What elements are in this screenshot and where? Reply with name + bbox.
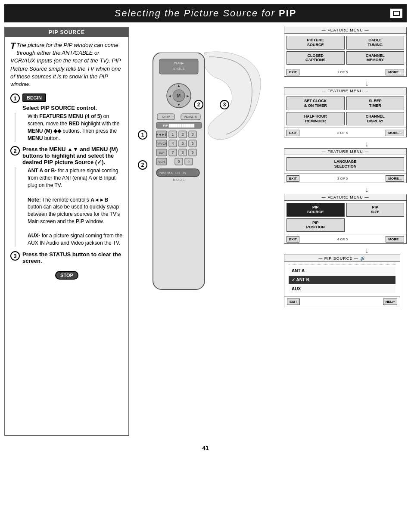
menu-4-pip-size[interactable]: PIPSIZE (346, 203, 405, 217)
step-2-title: Press the MENU ▲▼ and MENU (M) buttons t… (22, 146, 123, 165)
svg-text:CH: CH (175, 171, 180, 174)
pip-opt-ant-a[interactable]: ANT A (289, 267, 395, 275)
svg-text:M: M (177, 93, 181, 98)
menu-1-channel-memory[interactable]: CHANNELMEMORY (346, 51, 405, 65)
menu-4-pip-position[interactable]: PIPPOSITION (286, 218, 345, 232)
header-inner-box (393, 11, 400, 16)
svg-text:►: ► (186, 94, 190, 98)
menu-4-bottom: EXIT 4 OF 5 MORE... (284, 234, 406, 243)
svg-text:4: 4 (171, 141, 174, 146)
step-1-header: 1 BEGIN Select PIP SOURCE control. (10, 93, 123, 111)
step-1-container: 1 BEGIN Select PIP SOURCE control. With … (10, 93, 123, 142)
menu-3-grid: LANGUAGESELECTION (284, 155, 406, 173)
svg-text:VOL: VOL (167, 171, 173, 174)
svg-text:5: 5 (181, 141, 184, 146)
diagram-area: PLAY▶ STATUS M ▲ ▼ ◄ ► STOP PAUSE B (134, 27, 407, 436)
menu-2-header: — FEATURE MENU — (284, 88, 406, 94)
svg-text:PAUSE B: PAUSE B (184, 115, 197, 118)
step-2-container: 2 Press the MENU ▲▼ and MENU (M) buttons… (10, 146, 123, 247)
step-2-body: ANT A or B- for a picture signal coming … (15, 167, 123, 247)
pip-source-menu: — PIP SOURCE — 🔊 ANT A ✓ ANT B AUX EXIT … (284, 255, 400, 307)
pip-source-options: ANT A ✓ ANT B AUX (284, 262, 400, 296)
step-1-circle: 1 (10, 93, 20, 103)
menu-3: — FEATURE MENU — LANGUAGESELECTION EXIT … (284, 148, 407, 183)
intro-text: T The picture for the PIP window can com… (10, 41, 123, 88)
diagram-step-2-label: 2 (138, 160, 147, 170)
menu-4-more[interactable]: MORE... (386, 236, 404, 243)
menu-3-more[interactable]: MORE... (386, 175, 404, 182)
menu-2-more[interactable]: MORE... (386, 130, 404, 136)
menu-1-picture-source[interactable]: PICTURESOURCE (286, 36, 345, 50)
diagram-step-2-top-label: 2 (194, 100, 203, 109)
menu-3-bottom: EXIT 3 OF 5 MORE... (284, 173, 406, 183)
left-panel-header: PIP SOURCE (5, 28, 128, 37)
arrow-2-3: ↓ (327, 140, 407, 148)
pip-source-bottom: EXIT HELP (284, 296, 400, 307)
menu-1-header: — FEATURE MENU — (284, 27, 406, 34)
menu-1-closed-captions[interactable]: CLOSEDCAPTIONS (286, 51, 345, 65)
svg-text:A◄►B: A◄►B (156, 133, 168, 137)
arrow-1-2: ↓ (327, 79, 407, 87)
menu-1-cable-tuning[interactable]: CABLETUNING (346, 36, 405, 50)
left-panel: PIP SOURCE T The picture for the PIP win… (4, 27, 129, 436)
remote-control-diagram: PLAY▶ STATUS M ▲ ▼ ◄ ► STOP PAUSE B (142, 53, 215, 304)
svg-text:M O D E: M O D E (173, 178, 185, 181)
svg-text:SLP: SLP (159, 151, 165, 154)
menu-2: — FEATURE MENU — SET CLOCK& ON TIMER SLE… (284, 87, 407, 137)
menu-1-exit[interactable]: EXIT (286, 69, 299, 75)
menu-2-channel-display[interactable]: CHANNELDISPLAY (346, 112, 405, 126)
diagram-step-3-label: 3 (220, 100, 229, 109)
menu-4-pip-source[interactable]: PIPSOURCE (286, 203, 345, 217)
menu-2-set-clock[interactable]: SET CLOCK& ON TIMER (286, 96, 345, 110)
svg-text:▲: ▲ (177, 84, 181, 88)
menu-4: — FEATURE MENU — PIPSOURCE PIPSIZE PIPPO… (284, 194, 407, 244)
begin-badge: BEGIN (22, 93, 46, 102)
page-header: Selecting the Picture Source for PIP (4, 4, 407, 22)
menu-1-page: 1 OF 5 (337, 70, 348, 74)
menu-3-language[interactable]: LANGUAGESELECTION (286, 157, 404, 171)
svg-text:9: 9 (191, 150, 193, 155)
step-3-header: 3 Press the STATUS button to clear the s… (10, 251, 123, 264)
arrow-4-5: ↓ (327, 246, 407, 254)
svg-text:TV: TV (183, 171, 187, 174)
pip-help-btn[interactable]: HELP (383, 299, 397, 305)
svg-text:PLAY▶: PLAY▶ (174, 62, 184, 65)
menu-2-half-hour[interactable]: HALF HOURREMINDER (286, 112, 345, 126)
step-1-title: Select PIP SOURCE control. (22, 105, 123, 111)
pip-source-header: — PIP SOURCE — 🔊 (284, 255, 400, 262)
svg-text:STATUS: STATUS (173, 67, 185, 70)
pip-opt-aux[interactable]: AUX (289, 285, 395, 293)
menu-1-bottom: EXIT 1 OF 5 MORE... (284, 67, 406, 76)
svg-text:6: 6 (191, 141, 193, 146)
step-3-container: 3 Press the STATUS button to clear the s… (10, 251, 123, 264)
svg-text:TV/VCR: TV/VCR (156, 142, 167, 145)
step-2-header: 2 Press the MENU ▲▼ and MENU (M) buttons… (10, 146, 123, 165)
diagram-step-1-label: 1 (138, 130, 147, 140)
menu-2-exit[interactable]: EXIT (286, 130, 299, 136)
svg-text:PWR: PWR (159, 171, 166, 174)
menus-column: — FEATURE MENU — PICTURESOURCE CABLETUNI… (280, 27, 407, 307)
left-panel-body: T The picture for the PIP window can com… (5, 37, 128, 284)
step-1-body: With FEATURES MENU (4 of 5) on screen, m… (15, 113, 123, 142)
menu-4-page: 4 OF 5 (337, 237, 348, 241)
menu-4-exit[interactable]: EXIT (286, 236, 299, 243)
svg-text:2: 2 (181, 132, 184, 137)
menu-4-grid: PIPSOURCE PIPSIZE PIPPOSITION (284, 201, 406, 234)
page-number: 41 (4, 445, 407, 451)
svg-text:0: 0 (177, 159, 180, 164)
menu-1-more[interactable]: MORE... (386, 69, 404, 75)
svg-text:▼: ▼ (177, 103, 181, 107)
menu-2-bottom: EXIT 2 OF 5 MORE... (284, 128, 406, 137)
svg-text:VCH: VCH (159, 160, 165, 163)
pip-opt-ant-b[interactable]: ✓ ANT B (289, 276, 395, 284)
step-3-circle: 3 (10, 251, 20, 261)
svg-text:8: 8 (181, 150, 184, 155)
svg-text:1: 1 (171, 132, 174, 137)
menu-2-sleep-timer[interactable]: SLEEPTIMER (346, 96, 405, 110)
menu-3-exit[interactable]: EXIT (286, 175, 299, 182)
pip-exit-btn[interactable]: EXIT (287, 299, 300, 305)
svg-text:3: 3 (191, 132, 193, 137)
menu-2-grid: SET CLOCK& ON TIMER SLEEPTIMER HALF HOUR… (284, 94, 406, 128)
header-title: Selecting the Picture Source for PIP (114, 8, 296, 19)
menu-2-page: 2 OF 5 (337, 131, 348, 135)
